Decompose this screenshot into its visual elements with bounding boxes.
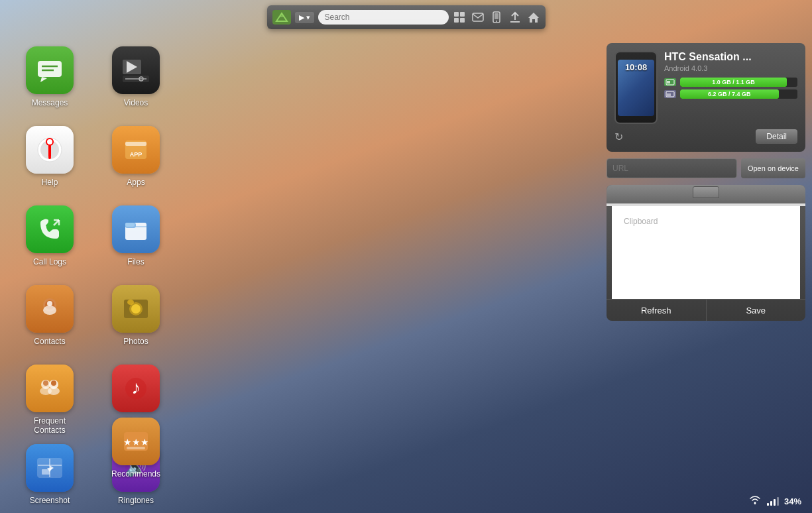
signal-bar-4: [777, 497, 779, 506]
storage-sd-text: 6.2 GB / 7.4 GB: [708, 91, 751, 97]
photos-icon: [112, 285, 160, 333]
phone-screen: 10:08: [618, 60, 654, 116]
device-card: 10:08 HTC Sensation ... Android 4.0.3: [607, 43, 805, 152]
device-name: HTC Sensation ...: [664, 51, 797, 63]
device-info: HTC Sensation ... Android 4.0.3 1.0 GB /…: [664, 51, 797, 101]
ringtones-label: Ringtones: [118, 496, 154, 505]
files-icon: [112, 205, 160, 253]
clipboard-footer: Refresh Save: [607, 299, 805, 321]
play-button[interactable]: ▶ ▾: [295, 12, 314, 23]
clipboard-save-button[interactable]: Save: [707, 300, 806, 321]
storage-sd-bar-container: 6.2 GB / 7.4 GB: [680, 89, 797, 99]
svg-rect-5: [460, 18, 465, 23]
svg-point-48: [48, 387, 60, 395]
battery-text: 34%: [784, 496, 801, 506]
svg-point-42: [127, 300, 134, 305]
svg-rect-27: [125, 142, 146, 146]
svg-point-38: [43, 306, 56, 315]
svg-rect-6: [473, 13, 483, 21]
svg-marker-13: [40, 77, 47, 82]
storage-internal-bar-container: 1.0 GB / 1.1 GB: [680, 78, 797, 87]
help-icon: [26, 126, 74, 174]
app-item-photos[interactable]: Photos: [93, 278, 179, 358]
messages-icon: [26, 46, 74, 94]
help-label: Help: [42, 178, 58, 187]
app-item-messages[interactable]: Messages: [7, 40, 93, 119]
app-item-recommends[interactable]: ★★★ Recommends: [93, 411, 179, 479]
app-item-files[interactable]: Files: [93, 199, 179, 278]
recommends-label: Recommends: [111, 469, 160, 479]
svg-rect-4: [454, 18, 459, 23]
svg-rect-61: [127, 447, 145, 449]
storage-internal-icon: [664, 78, 676, 86]
svg-point-37: [47, 301, 52, 306]
app-item-help[interactable]: Help: [7, 119, 93, 199]
svg-point-46: [51, 380, 56, 386]
svg-rect-56: [42, 469, 50, 475]
videos-icon: [112, 46, 160, 94]
status-bar: 34%: [748, 494, 801, 508]
open-device-button[interactable]: Open on device: [741, 158, 805, 178]
svg-rect-12: [38, 61, 62, 77]
url-bar-section: Open on device: [607, 158, 805, 178]
clipboard-clip: [693, 186, 719, 198]
app-item-apps[interactable]: APP Apps: [93, 119, 179, 199]
messages-label: Messages: [32, 98, 68, 107]
app-logo[interactable]: [272, 10, 291, 25]
apps-icon: APP: [112, 126, 160, 174]
signal-bars: [767, 497, 779, 506]
email-icon[interactable]: [471, 11, 485, 24]
device-os: Android 4.0.3: [664, 64, 797, 72]
svg-point-45: [43, 380, 48, 386]
svg-point-41: [131, 304, 141, 314]
svg-point-24: [47, 139, 52, 144]
contacts-label: Contacts: [34, 337, 65, 346]
detail-button[interactable]: Detail: [756, 129, 797, 144]
storage-sd-bar: 6.2 GB / 7.4 GB: [680, 89, 779, 99]
app-item-screenshot[interactable]: Screenshot: [7, 437, 93, 513]
toolbar-icons: [453, 11, 540, 24]
app-item-contacts[interactable]: Contacts: [7, 278, 93, 358]
device-phone-image: 10:08: [614, 51, 658, 124]
url-input[interactable]: [607, 158, 737, 178]
svg-rect-63: [667, 81, 670, 84]
app-item-calllogs[interactable]: Call Logs: [7, 199, 93, 278]
videos-label: Videos: [124, 98, 148, 107]
svg-text:APP: APP: [130, 151, 143, 158]
clipboard-top: [607, 185, 805, 203]
recommends-icon: ★★★: [112, 418, 160, 465]
device-icon[interactable]: [490, 11, 503, 24]
contacts-icon: [26, 285, 74, 333]
app-item-videos[interactable]: Videos: [93, 40, 179, 119]
device-refresh-icon[interactable]: ↻: [614, 131, 623, 143]
storage-internal-text: 1.0 GB / 1.1 GB: [712, 79, 755, 86]
frequent-label: Frequent Contacts: [34, 416, 66, 435]
svg-point-68: [754, 502, 756, 504]
device-header: 10:08 HTC Sensation ... Android 4.0.3: [614, 51, 797, 124]
svg-rect-8: [494, 13, 498, 19]
calllogs-label: Call Logs: [33, 257, 66, 266]
svg-rect-34: [125, 223, 135, 227]
upload-icon[interactable]: [508, 11, 522, 24]
calllogs-icon: [26, 205, 74, 253]
clipboard-refresh-button[interactable]: Refresh: [607, 300, 707, 321]
storage-internal-row: 1.0 GB / 1.1 GB: [664, 78, 797, 87]
svg-point-9: [496, 21, 497, 22]
app-item-frequent[interactable]: Frequent Contacts: [7, 358, 93, 437]
svg-marker-1: [278, 13, 285, 17]
grid-icon[interactable]: [453, 11, 466, 24]
device-footer: ↻ Detail: [614, 129, 797, 144]
home-icon[interactable]: [527, 11, 540, 24]
signal-bar-2: [770, 501, 772, 506]
files-label: Files: [127, 257, 144, 266]
storage-sd-row: 6.2 GB / 7.4 GB: [664, 89, 797, 99]
svg-marker-11: [528, 13, 539, 23]
search-input[interactable]: [318, 10, 449, 25]
play-icon: ▶: [299, 13, 304, 22]
clipboard-section: Clipboard Refresh Save: [607, 185, 805, 321]
screenshot-icon: [26, 444, 74, 492]
screenshot-label: Screenshot: [30, 496, 70, 505]
svg-rect-2: [454, 12, 459, 17]
svg-text:★★★: ★★★: [123, 437, 149, 447]
toolbar: ▶ ▾: [267, 5, 546, 29]
